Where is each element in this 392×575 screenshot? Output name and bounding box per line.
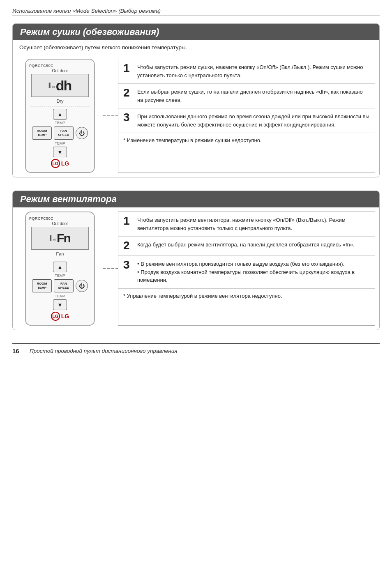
pointer-1 [103, 59, 118, 173]
middle-row-1: ROOM TEMP FAN SPEED ⏻ [32, 126, 88, 140]
section2-body: PQRCFC50C Out door ▌HI Fn Fan ▲ TEMP [13, 207, 379, 330]
fan-speed-line1: FAN [60, 129, 67, 133]
fan-speed-line2-2: SPEED [58, 286, 69, 290]
step1-1-number: 1 [123, 62, 133, 74]
remote1-outdoor: Out door [52, 69, 68, 73]
section1-subtitle: Осушает (обезвоживает) путем легкого пон… [19, 44, 373, 51]
temp-up-btn-2[interactable]: ▲ [53, 262, 67, 272]
fan-speed-btn-1[interactable]: FAN SPEED [54, 126, 74, 140]
section2-title: Режим вентилятора [20, 194, 117, 204]
lg-text-2: LG [61, 313, 69, 320]
step2-2: 2 Когда будет выбран режим вентилятора, … [118, 237, 375, 256]
pointer-line-2 [103, 268, 118, 269]
power-btn-2[interactable]: ⏻ [76, 280, 88, 292]
page-header: Использование кнопки «Mode Selection» (В… [12, 7, 380, 16]
room-temp-btn-1[interactable]: ROOM TEMP [32, 126, 52, 140]
display1-text: dh [56, 78, 71, 92]
remote1-model: PQRCFC50C [29, 64, 53, 68]
remote-wrap-1: PQRCFC50C Out door ▌HI dh Dry ▲ TEMP [17, 59, 103, 173]
footer-text: Простой проводной пульт дистанционного у… [30, 348, 177, 354]
step2-3: 3 • В режиме вентилятора производится то… [118, 256, 375, 289]
remote2-model: PQRCFC50C [29, 216, 53, 221]
remote-wrap-2: PQRCFC50C Out door ▌HI Fn Fan ▲ TEMP [17, 212, 103, 326]
room-temp-line1-2: ROOM [37, 282, 47, 286]
step1-3-text: При использовании данного режима во врем… [137, 113, 370, 129]
section1-title-bar: Режим сушки (обезвоживания) [13, 24, 379, 40]
temp-col-1: ▲ TEMP ROOM TEMP FAN SPEED ⏻ [32, 109, 88, 157]
lg-circle-1: LG [51, 159, 60, 168]
signal-bars-1: ▌HI [49, 83, 55, 88]
page-footer: 16 Простой проводной пульт дистанционног… [12, 343, 380, 354]
section1-body: PQRCFC50C Out door ▌HI dh Dry ▲ TEMP [13, 55, 379, 177]
pointer-line-1 [103, 115, 118, 116]
pointer-2 [103, 212, 118, 326]
remote-1: PQRCFC50C Out door ▌HI dh Dry ▲ TEMP [25, 59, 95, 173]
fan-speed-line1-2: FAN [60, 282, 67, 286]
lg-logo-1: LG LG [51, 159, 69, 168]
step1-note: * Изменение температуры в режиме сушки н… [118, 133, 375, 149]
step2-1-number: 1 [123, 215, 133, 227]
header-text: Использование кнопки «Mode Selection» (В… [12, 8, 161, 14]
divider1 [31, 106, 89, 106]
remote-2: PQRCFC50C Out door ▌HI Fn Fan ▲ TEMP [25, 212, 95, 326]
fan-speed-line2: SPEED [58, 133, 69, 137]
step2-1: 1 Чтобы запустить режим вентилятора, наж… [118, 212, 375, 237]
step2-3-number: 3 [123, 259, 133, 271]
temp-label-down-1: TEMP [55, 141, 65, 145]
remote2-display: ▌HI Fn [31, 227, 89, 250]
step1-2-text: Если выбран режим сушки, то на панели ди… [137, 88, 370, 104]
step1-3-number: 3 [123, 112, 133, 123]
remote1-mode-label: Dry [56, 99, 63, 104]
signal-bars-2: ▌HI [50, 235, 56, 241]
room-temp-line1: ROOM [37, 129, 47, 133]
temp-label-2: TEMP [55, 274, 65, 278]
temp-up-btn-1[interactable]: ▲ [53, 109, 67, 120]
section-fan-mode: Режим вентилятора PQRCFC50C Out door ▌HI… [12, 191, 380, 330]
power-btn-1[interactable]: ⏻ [76, 127, 88, 139]
section2-title-bar: Режим вентилятора [13, 191, 379, 207]
section-dry-mode: Режим сушки (обезвоживания) Осушает (обе… [12, 23, 380, 177]
step1-2: 2 Если выбран режим сушки, то на панели … [118, 84, 375, 108]
lg-circle-2: LG [51, 312, 60, 321]
section1-title: Режим сушки (обезвоживания) [20, 27, 159, 37]
step1-1: 1 Чтобы запустить режим сушки, нажмите к… [118, 59, 375, 84]
lg-logo-2: LG LG [51, 312, 69, 321]
remote2-mode-label: Fan [56, 251, 64, 256]
temp-label-1: TEMP [55, 121, 65, 125]
room-temp-btn-2[interactable]: ROOM TEMP [32, 279, 52, 292]
steps-area-2: 1 Чтобы запустить режим вентилятора, наж… [118, 212, 375, 326]
step2-note: * Управление температурой в режиме венти… [118, 289, 375, 304]
room-temp-line2-2: TEMP [37, 286, 46, 290]
step2-3-text: • В режиме вентилятора производится толь… [137, 260, 370, 284]
temp-label-down-2: TEMP [55, 294, 65, 298]
room-temp-line2: TEMP [37, 133, 46, 137]
temp-col-2: ▲ TEMP ROOM TEMP FAN SPEED ⏻ [32, 262, 88, 310]
fan-speed-btn-2[interactable]: FAN SPEED [54, 279, 74, 292]
middle-row-2: ROOM TEMP FAN SPEED ⏻ [32, 279, 88, 292]
step1-2-number: 2 [123, 87, 133, 99]
remote1-display-inner: ▌HI dh [49, 78, 71, 92]
remote2-outdoor: Out door [52, 221, 68, 226]
step1-3: 3 При использовании данного режима во вр… [118, 108, 375, 133]
step2-2-number: 2 [123, 240, 133, 251]
temp-down-btn-1[interactable]: ▼ [53, 147, 67, 157]
step1-1-text: Чтобы запустить режим сушки, нажмите кно… [137, 63, 370, 79]
steps-area-1: 1 Чтобы запустить режим сушки, нажмите к… [118, 59, 375, 173]
temp-down-btn-2[interactable]: ▼ [53, 299, 67, 310]
step2-1-text: Чтобы запустить режим вентилятора, нажми… [137, 216, 370, 232]
lg-text-1: LG [61, 160, 69, 167]
remote2-display-inner: ▌HI Fn [50, 232, 70, 244]
divider2 [31, 259, 89, 259]
step2-2-text: Когда будет выбран режим вентилятора, на… [137, 241, 355, 249]
display2-text: Fn [57, 232, 70, 244]
footer-page-number: 16 [12, 347, 24, 354]
remote1-display: ▌HI dh [31, 74, 89, 97]
page: Использование кнопки «Mode Selection» (В… [0, 0, 392, 575]
